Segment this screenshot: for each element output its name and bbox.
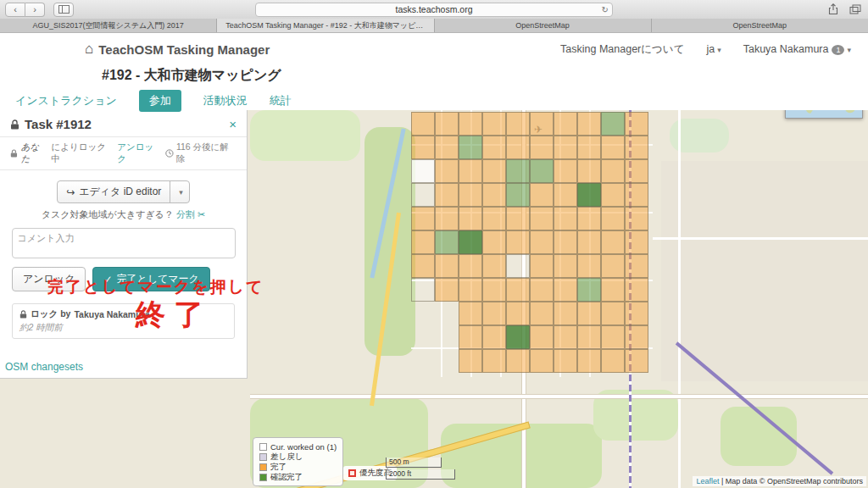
task-cell[interactable] <box>482 349 506 373</box>
task-cell[interactable] <box>601 278 625 302</box>
tab-stats[interactable]: 統計 <box>270 93 292 108</box>
task-cell[interactable] <box>482 254 506 278</box>
browser-tab-4[interactable]: OpenStreetMap <box>652 19 868 32</box>
task-cell[interactable] <box>482 112 506 136</box>
tab-contribute[interactable]: 参加 <box>139 90 181 112</box>
task-cell[interactable] <box>601 183 625 207</box>
task-cell[interactable] <box>506 325 530 349</box>
task-cell[interactable] <box>530 207 554 230</box>
task-cell[interactable] <box>435 230 459 254</box>
address-bar[interactable]: tasks.teachosm.org ↻ <box>255 3 613 17</box>
task-cell[interactable] <box>625 278 648 302</box>
task-cell[interactable] <box>506 207 530 230</box>
task-cell[interactable] <box>459 159 482 183</box>
task-cell[interactable] <box>435 112 459 136</box>
task-cell[interactable] <box>530 278 554 302</box>
task-cell[interactable] <box>625 254 648 278</box>
task-cell[interactable] <box>601 207 625 230</box>
task-cell[interactable] <box>625 325 648 349</box>
osm-changesets-link[interactable]: OSM changesets <box>5 361 83 373</box>
task-cell[interactable] <box>435 183 459 207</box>
task-cell[interactable] <box>459 254 482 278</box>
task-cell[interactable] <box>554 230 577 254</box>
mark-done-button[interactable]: ✓完了としてマーク <box>92 267 209 291</box>
task-cell[interactable] <box>435 207 459 230</box>
task-cell[interactable] <box>577 278 601 302</box>
task-cell[interactable] <box>625 183 648 207</box>
task-cell[interactable] <box>554 254 577 278</box>
task-cell[interactable] <box>435 136 459 159</box>
task-cell[interactable] <box>625 349 648 373</box>
task-cell[interactable] <box>482 325 506 349</box>
browser-tab-3[interactable]: OpenStreetMap <box>435 19 652 32</box>
share-icon[interactable] <box>827 3 839 15</box>
task-cell[interactable] <box>482 230 506 254</box>
about-link[interactable]: Tasking Managerについて <box>560 42 684 57</box>
task-cell[interactable] <box>625 112 648 136</box>
task-cell[interactable] <box>577 349 601 373</box>
task-cell[interactable] <box>625 207 648 230</box>
task-cell[interactable] <box>506 349 530 373</box>
forward-button[interactable]: › <box>25 3 45 17</box>
task-cell[interactable] <box>577 136 601 159</box>
task-cell[interactable] <box>411 159 435 183</box>
task-cell[interactable] <box>435 278 459 302</box>
task-cell[interactable] <box>530 159 554 183</box>
task-cell[interactable] <box>459 230 482 254</box>
task-cell[interactable] <box>554 278 577 302</box>
task-cell[interactable] <box>601 254 625 278</box>
task-cell[interactable] <box>530 349 554 373</box>
task-cell[interactable] <box>506 230 530 254</box>
task-cell[interactable] <box>411 278 435 302</box>
browser-tab-1[interactable]: AGU_SIS2017(空間情報システム入門) 2017 <box>0 19 217 32</box>
task-cell[interactable] <box>530 183 554 207</box>
task-cell[interactable] <box>577 112 601 136</box>
task-cell[interactable] <box>411 112 435 136</box>
task-cell[interactable] <box>482 136 506 159</box>
language-menu[interactable]: ja▾ <box>706 43 721 55</box>
task-cell[interactable] <box>554 349 577 373</box>
tab-activity[interactable]: 活動状況 <box>203 93 248 108</box>
task-cell[interactable] <box>554 136 577 159</box>
task-cell[interactable] <box>530 136 554 159</box>
task-cell[interactable] <box>506 278 530 302</box>
task-cell[interactable] <box>482 278 506 302</box>
task-cell[interactable] <box>459 349 482 373</box>
task-cell[interactable] <box>625 159 648 183</box>
task-cell[interactable] <box>577 183 601 207</box>
leaflet-link[interactable]: Leaflet <box>696 477 719 485</box>
task-cell[interactable] <box>506 112 530 136</box>
task-cell[interactable] <box>554 207 577 230</box>
task-cell[interactable] <box>601 302 625 325</box>
task-cell[interactable] <box>577 325 601 349</box>
task-cell[interactable] <box>601 112 625 136</box>
task-cell[interactable] <box>482 302 506 325</box>
task-cell[interactable] <box>459 183 482 207</box>
task-cell[interactable] <box>506 183 530 207</box>
task-cell[interactable] <box>459 112 482 136</box>
task-cell[interactable] <box>482 207 506 230</box>
task-cell[interactable] <box>625 230 648 254</box>
task-cell[interactable] <box>411 207 435 230</box>
app-brand[interactable]: ⌂ TeachOSM Tasking Manager <box>85 41 270 58</box>
task-cell[interactable] <box>554 159 577 183</box>
task-cell[interactable] <box>530 302 554 325</box>
task-cell[interactable] <box>459 302 482 325</box>
task-cell[interactable] <box>459 278 482 302</box>
task-cell[interactable] <box>554 183 577 207</box>
reload-icon[interactable]: ↻ <box>602 5 609 14</box>
task-cell[interactable] <box>459 325 482 349</box>
task-cell[interactable] <box>411 230 435 254</box>
task-cell[interactable] <box>625 302 648 325</box>
task-cell[interactable] <box>506 136 530 159</box>
task-cell[interactable] <box>530 230 554 254</box>
browser-tab-2-active[interactable]: TeachOSM Tasking Manager - #192 - 大和市建物マ… <box>217 19 434 32</box>
task-cell[interactable] <box>506 302 530 325</box>
back-button[interactable]: ‹ <box>5 3 25 17</box>
task-cell[interactable] <box>435 254 459 278</box>
tab-instructions[interactable]: インストラクション <box>15 93 117 108</box>
task-cell[interactable] <box>506 159 530 183</box>
task-cell[interactable] <box>411 183 435 207</box>
user-menu[interactable]: Takuya Nakamura1▾ <box>743 43 851 55</box>
task-cell[interactable] <box>530 112 554 136</box>
